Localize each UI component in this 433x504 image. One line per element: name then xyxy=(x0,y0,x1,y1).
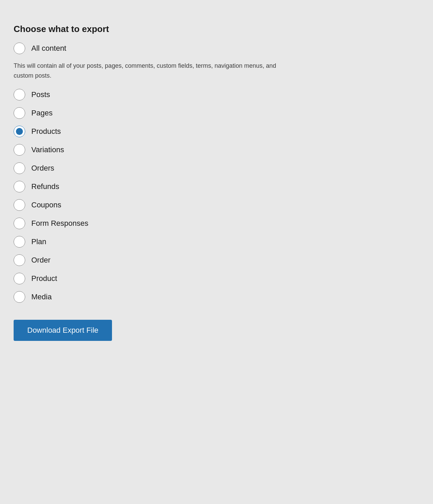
label-variations: Variations xyxy=(31,145,64,154)
label-order: Order xyxy=(31,256,50,265)
option-form-responses[interactable]: Form Responses xyxy=(14,218,293,229)
option-refunds[interactable]: Refunds xyxy=(14,181,293,192)
radio-order[interactable] xyxy=(14,254,25,266)
label-all-content: All content xyxy=(31,44,66,53)
option-products[interactable]: Products xyxy=(14,126,293,137)
all-content-description: This will contain all of your posts, pag… xyxy=(14,61,293,81)
option-orders[interactable]: Orders xyxy=(14,162,293,174)
radio-orders[interactable] xyxy=(14,162,25,174)
radio-plan[interactable] xyxy=(14,236,25,248)
radio-refunds[interactable] xyxy=(14,181,25,192)
label-posts: Posts xyxy=(31,90,50,99)
radio-variations[interactable] xyxy=(14,144,25,156)
label-pages: Pages xyxy=(31,109,52,117)
option-all-content[interactable]: All content xyxy=(14,43,293,54)
radio-coupons[interactable] xyxy=(14,199,25,211)
label-plan: Plan xyxy=(31,237,46,246)
option-variations[interactable]: Variations xyxy=(14,144,293,156)
radio-posts[interactable] xyxy=(14,89,25,100)
option-product[interactable]: Product xyxy=(14,273,293,284)
option-pages[interactable]: Pages xyxy=(14,107,293,119)
option-posts[interactable]: Posts xyxy=(14,89,293,100)
option-coupons[interactable]: Coupons xyxy=(14,199,293,211)
label-media: Media xyxy=(31,293,52,301)
label-orders: Orders xyxy=(31,164,54,173)
option-media[interactable]: Media xyxy=(14,291,293,303)
export-container: Choose what to export All content This w… xyxy=(7,14,300,351)
option-order[interactable]: Order xyxy=(14,254,293,266)
download-export-button[interactable]: Download Export File xyxy=(14,320,112,341)
radio-pages[interactable] xyxy=(14,107,25,119)
label-form-responses: Form Responses xyxy=(31,219,89,228)
page-title: Choose what to export xyxy=(14,24,293,34)
option-plan[interactable]: Plan xyxy=(14,236,293,248)
radio-form-responses[interactable] xyxy=(14,218,25,229)
radio-product[interactable] xyxy=(14,273,25,284)
label-product: Product xyxy=(31,274,57,283)
radio-media[interactable] xyxy=(14,291,25,303)
radio-products[interactable] xyxy=(14,126,25,137)
radio-all-content[interactable] xyxy=(14,43,25,54)
label-products: Products xyxy=(31,127,61,136)
label-refunds: Refunds xyxy=(31,182,59,191)
label-coupons: Coupons xyxy=(31,201,61,209)
